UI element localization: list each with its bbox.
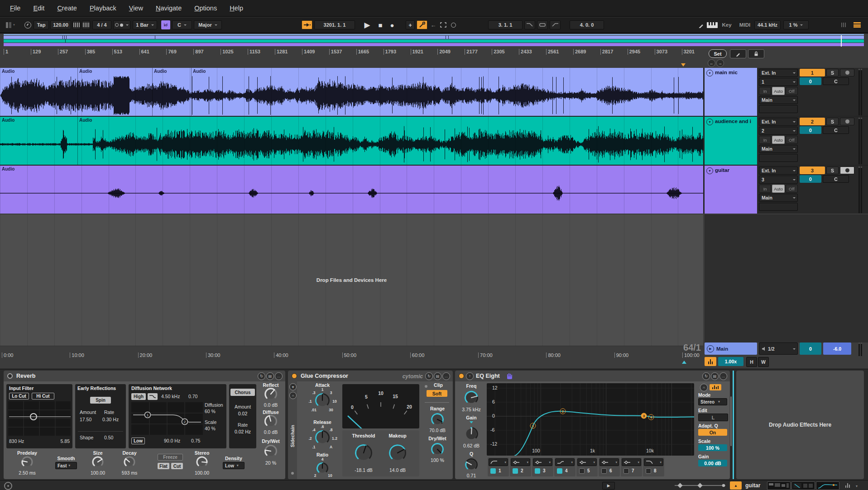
reflect-knob[interactable] [264,387,278,403]
more-options-icon[interactable]: … [442,372,450,380]
groove-amount-icon[interactable] [72,20,81,29]
reverb-thumbnail[interactable] [767,481,791,490]
device-activator-led[interactable] [7,373,13,379]
menu-file[interactable]: File [4,5,27,12]
main-track-button[interactable]: ▶ Main [705,343,757,355]
menu-playback[interactable]: Playback [83,5,123,12]
zoom-waveform-button[interactable] [705,357,716,366]
track-clip-lane[interactable]: Audio [0,166,703,214]
eq-band-4[interactable]: ▾ 4 [554,457,575,476]
zoom-height-button[interactable]: H [746,357,757,367]
input-type-select[interactable]: Ext. In [759,69,798,77]
track-activator-button[interactable]: 1 [800,69,825,76]
monitor-auto-button[interactable]: Auto [772,136,784,144]
arm-record-button[interactable] [840,118,854,125]
midi-map-button[interactable]: MIDI [737,20,753,29]
draw-locator-pencil-button[interactable] [730,49,746,58]
band-filter-type-select[interactable]: ▾ [533,458,552,466]
sidechain-label[interactable]: Sidechain [290,425,295,447]
loop-start-field[interactable]: 3. 1. 1 [488,20,523,29]
eq-title-bar[interactable]: ↑ EQ Eight ↻ ▤ … [455,371,730,381]
re-enable-automation-icon[interactable] [439,20,447,29]
pane-toggle-icon[interactable]: ▾ [4,20,17,29]
makeup-knob[interactable] [388,444,407,464]
cpu-meter[interactable]: 1 % [783,20,809,29]
scale-root-select[interactable]: C [172,20,192,29]
track-clip-lane[interactable]: AudioAudio [0,117,703,165]
pan-box[interactable]: C [823,175,849,183]
input-channel-select[interactable]: 1 [759,78,798,86]
scale-box[interactable]: 100 % [698,444,727,451]
track-fold-icon[interactable]: ▾ [706,70,713,76]
metronome-icon[interactable] [24,20,32,29]
menu-edit[interactable]: Edit [27,5,51,12]
punch-out-icon[interactable] [550,20,561,29]
monitor-in-button[interactable]: In [759,185,771,193]
locator-prev-button[interactable]: ← [708,59,715,67]
ratio-knob[interactable] [316,462,329,476]
scale-mode-icon[interactable]: ♭♯ [161,20,170,29]
adaptive-q-button[interactable]: On [698,429,727,436]
eq-band-6[interactable]: ▾ 6 [599,457,620,476]
eq-node-1[interactable]: 1 [530,423,536,429]
band-on-checkbox[interactable] [513,468,518,474]
track-name-cell[interactable]: ▾ main mic [705,68,757,116]
locator-next-button[interactable]: → [716,59,724,67]
track-clip-lane[interactable]: AudioAudioAudioAudio [0,68,703,116]
edit-channel-button[interactable]: L [698,414,728,421]
loop-length-field[interactable]: 4. 0. 0 [570,20,604,29]
band-filter-type-select[interactable]: ▾ [489,458,508,466]
arrangement-position-field[interactable]: 3201. 1. 1 [314,20,355,29]
computer-midi-keyboard-icon[interactable] [706,20,718,29]
play-button[interactable]: ▶ [361,20,373,29]
loop-switch-icon[interactable] [537,20,548,29]
band-filter-type-select[interactable]: ▾ [599,458,619,466]
hot-swap-icon[interactable]: ↻ [258,372,265,380]
monitor-auto-button[interactable]: Auto [772,87,784,95]
arrangement-overview[interactable] [4,34,864,47]
input-channel-select[interactable]: 3 [759,176,798,184]
size-knob[interactable] [92,456,104,470]
clip-label[interactable]: Audio [79,69,92,74]
preview-play-button[interactable]: ▶ [602,482,615,490]
input-type-select[interactable]: Ext. In [759,167,798,175]
beat-time-ruler[interactable]: Set ← → 11292573855136417698971025115312… [0,47,868,68]
soft-clip-button[interactable]: Soft [427,390,447,397]
reverb-drywet-knob[interactable] [264,444,278,460]
analyzer-toggle[interactable] [710,384,721,390]
band-filter-type-select[interactable]: ▾ [555,458,575,466]
decay-knob[interactable] [124,456,136,470]
input-type-select[interactable]: Ext. In [759,118,798,126]
tempo-field[interactable]: 120.00 [50,20,71,29]
release-knob[interactable] [315,430,330,447]
output-select[interactable]: Main [759,96,798,104]
tap-tempo-button[interactable]: Tap [34,20,49,29]
cut-button[interactable]: Cut [171,463,183,469]
hi-cut-button[interactable]: Hi Cut [32,393,54,400]
track-header[interactable]: ▾ main mic Ext. In 1 In Auto Off Main 1 … [705,68,868,116]
fold-device-icon[interactable]: ↑ [466,372,474,380]
menu-navigate[interactable]: Navigate [149,5,188,12]
monitor-off-button[interactable]: Off [786,136,798,144]
zoom-amount-box[interactable]: 1.00x [718,357,743,366]
volume-box[interactable]: 0 [800,77,821,85]
low-shelf-on-button[interactable]: Low [131,438,145,444]
eq-node-3[interactable]: 3 [641,413,647,419]
monitor-off-button[interactable]: Off [786,185,798,193]
track-header[interactable]: ▾ guitar Ext. In 3 In Auto Off Main 3 S [705,166,868,214]
back-to-arrangement-icon[interactable]: ← [429,20,437,29]
glue-thumbnail[interactable] [791,481,815,490]
band-on-checkbox[interactable] [646,468,651,474]
clip-label[interactable]: Audio [154,69,167,74]
arm-record-button[interactable] [840,69,854,76]
menu-options[interactable]: Options [188,5,223,12]
automation-arm-button[interactable] [417,20,427,29]
monitor-off-button[interactable]: Off [786,87,798,95]
info-icon[interactable] [4,482,12,490]
high-shelf-on-button[interactable]: High [131,393,146,400]
clip-label[interactable]: Audio [2,167,14,171]
draw-mode-pencil-icon[interactable] [696,20,705,29]
flat-button[interactable]: Flat [158,463,169,469]
menu-create[interactable]: Create [51,5,83,12]
input-channel-select[interactable]: 2 [759,127,798,135]
